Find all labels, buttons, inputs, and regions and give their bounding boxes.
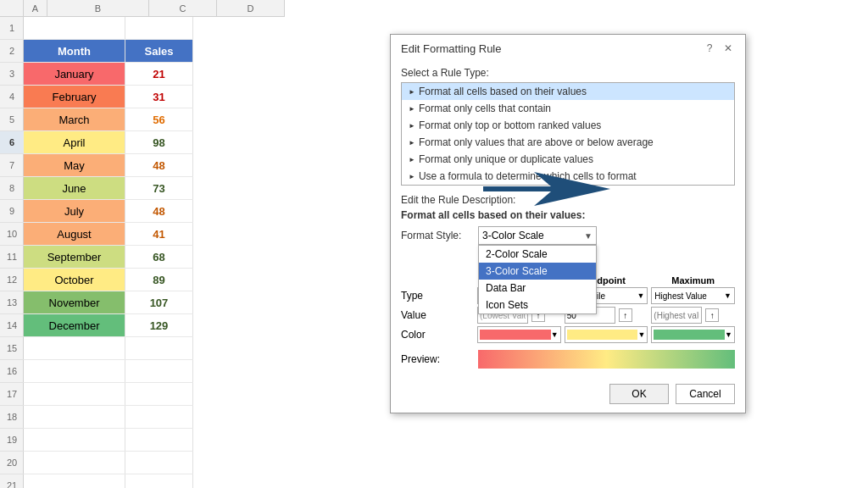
type-mid-arrow: ▼ [637, 291, 644, 300]
cell-march-sales: 56 [125, 108, 193, 130]
cell-april: April [24, 131, 125, 153]
row-num-8: 8 [0, 177, 24, 200]
type-max-arrow: ▼ [724, 291, 732, 300]
cell-september-sales: 68 [125, 246, 193, 268]
row-num-13: 13 [0, 291, 24, 314]
color-mid-swatch [567, 330, 638, 340]
ok-button[interactable]: OK [609, 384, 669, 404]
row-num-16: 16 [0, 360, 24, 383]
color-row: Color ▼ ▼ ▼ [401, 326, 735, 343]
select-rule-label: Select a Rule Type: [401, 67, 735, 79]
row-number-col: 1 2 3 4 5 6 7 8 9 10 11 12 13 14 15 16 1… [0, 17, 24, 488]
row-num-10: 10 [0, 223, 24, 246]
cell-october-sales: 89 [125, 269, 193, 291]
cell-21b [125, 474, 193, 488]
format-style-value: 3-Color Scale [482, 230, 544, 241]
row-num-4: 4 [0, 86, 24, 108]
row-19 [24, 429, 193, 452]
table-row: December 129 [24, 314, 193, 337]
cell-month-header: Month [24, 40, 125, 62]
option-2-color-scale[interactable]: 2-Color Scale [479, 246, 596, 263]
table-row: January 21 [24, 63, 193, 86]
type-max-value: Highest Value [654, 291, 707, 301]
row-num-5: 5 [0, 108, 24, 131]
dialog-close-button[interactable]: ✕ [721, 42, 735, 55]
format-style-dropdown-container: 3-Color Scale ▼ 2-Color Scale 3-Color Sc… [478, 226, 597, 245]
row-num-11: 11 [0, 246, 24, 269]
empty-header [401, 275, 474, 286]
cell-august-sales: 41 [125, 223, 193, 245]
cell-january-sales: 21 [125, 63, 193, 85]
row-num-18: 18 [0, 406, 24, 429]
row-21 [24, 474, 193, 488]
description-label: Edit the Rule Description: [401, 194, 735, 206]
cell-july: July [24, 200, 125, 222]
cell-june-sales: 73 [125, 177, 193, 199]
dialog-footer: OK Cancel [391, 379, 745, 413]
rule-item-2[interactable]: Format only top or bottom ranked values [402, 117, 734, 134]
option-data-bar[interactable]: Data Bar [479, 280, 596, 297]
cell-18b [125, 406, 193, 428]
value-mid-expand[interactable]: ↑ [619, 308, 632, 322]
table-row: February 31 [24, 86, 193, 108]
color-label: Color [401, 329, 474, 341]
color-max-arrow: ▼ [725, 330, 732, 339]
dialog-controls: ? ✕ [703, 42, 735, 55]
dialog-help-button[interactable]: ? [703, 42, 716, 55]
table-row: March 56 [24, 108, 193, 131]
cell-march: March [24, 108, 125, 130]
rule-item-3[interactable]: Format only values that are above or bel… [402, 134, 734, 151]
value-max-expand[interactable]: ↑ [705, 308, 719, 322]
rule-item-4[interactable]: Format only unique or duplicate values [402, 151, 734, 168]
dialog-body: Select a Rule Type: Format all cells bas… [391, 60, 745, 379]
cell-february: February [24, 86, 125, 108]
col-header-D: D [217, 0, 285, 16]
row-num-15: 15 [0, 337, 24, 360]
cell-may-sales: 48 [125, 154, 193, 176]
cell-20b [125, 452, 193, 474]
row-17 [24, 383, 193, 406]
cell-november: November [24, 291, 125, 313]
edit-formatting-rule-dialog: Edit Formatting Rule ? ✕ Select a Rule T… [390, 34, 746, 413]
table-row: October 89 [24, 269, 193, 291]
cell-november-sales: 107 [125, 291, 193, 313]
max-header: Maximum [651, 275, 735, 286]
rule-type-section: Select a Rule Type: Format all cells bas… [401, 67, 735, 186]
dialog-titlebar: Edit Formatting Rule ? ✕ [391, 35, 745, 60]
rule-item-0[interactable]: Format all cells based on their values [402, 83, 734, 100]
row-num-7: 7 [0, 154, 24, 177]
cell-19b [125, 429, 193, 451]
table-row: April 98 [24, 131, 193, 154]
rule-item-1[interactable]: Format only cells that contain [402, 100, 734, 117]
row-num-20: 20 [0, 452, 24, 474]
format-cells-label: Format all cells based on their values: [401, 209, 735, 221]
col-header-B: B [47, 0, 149, 16]
color-max-picker[interactable]: ▼ [651, 326, 735, 343]
cell-16b [125, 360, 193, 382]
option-3-color-scale[interactable]: 3-Color Scale [479, 263, 596, 280]
cell-october: October [24, 269, 125, 291]
type-label: Type [401, 290, 474, 302]
table-row: July 48 [24, 200, 193, 223]
cell-a1 [24, 17, 125, 39]
row-num-6: 6 [0, 131, 24, 154]
cell-sales-header: Sales [125, 40, 193, 62]
format-style-dropdown[interactable]: 3-Color Scale ▼ [478, 226, 597, 245]
color-min-picker[interactable]: ▼ [477, 326, 561, 343]
color-min-swatch [480, 330, 551, 340]
color-min-arrow: ▼ [551, 330, 559, 339]
cell-16a [24, 360, 125, 382]
row-num-12: 12 [0, 269, 24, 291]
format-style-label: Format Style: [401, 230, 473, 241]
cell-17a [24, 383, 125, 405]
col-header-C: C [149, 0, 217, 16]
option-icon-sets[interactable]: Icon Sets [479, 297, 596, 313]
type-max-dropdown[interactable]: Highest Value ▼ [651, 287, 735, 304]
cancel-button[interactable]: Cancel [676, 384, 735, 404]
value-max-input[interactable] [651, 307, 702, 324]
preview-bar [478, 350, 735, 369]
rule-item-5[interactable]: Use a formula to determine which cells t… [402, 168, 734, 185]
table-row: May 48 [24, 154, 193, 177]
color-mid-picker[interactable]: ▼ [565, 326, 648, 343]
row-18 [24, 406, 193, 429]
